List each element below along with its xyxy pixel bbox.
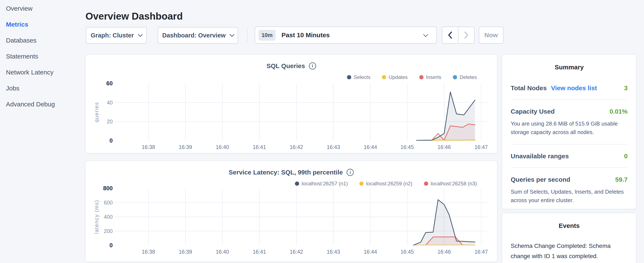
series-dot-icon xyxy=(382,75,386,79)
info-icon[interactable] xyxy=(309,62,316,70)
y-axis-ticks: 0200400600800 xyxy=(86,161,113,261)
legend-label: localhost:26258 (n3) xyxy=(431,181,477,187)
x-tick-label: 16:45 xyxy=(394,144,420,150)
time-range-dropdown[interactable]: 10m Past 10 Minutes xyxy=(255,27,437,44)
toolbar-divider xyxy=(247,28,248,42)
x-tick-label: 16:46 xyxy=(432,249,457,255)
summary-label: Capacity Used xyxy=(511,108,555,115)
summary-title: Summary xyxy=(511,64,628,71)
legend-item: Updates xyxy=(382,74,408,80)
legend-label: Deletes xyxy=(460,74,477,80)
legend-item: localhost:26259 (n2) xyxy=(359,181,412,187)
summary-value: 0 xyxy=(624,153,628,160)
y-tick-label: 40 xyxy=(86,99,113,106)
x-tick-label: 16:44 xyxy=(358,249,383,255)
x-tick-label: 16:43 xyxy=(320,144,346,150)
x-tick-label: 16:43 xyxy=(320,249,346,255)
sidebar-item-jobs[interactable]: Jobs xyxy=(6,85,85,92)
x-tick-label: 16:40 xyxy=(210,144,235,150)
summary-label: Total Nodes xyxy=(511,85,546,92)
view-nodes-list-link[interactable]: View nodes list xyxy=(551,85,597,92)
summary-value: 0.01% xyxy=(610,108,628,115)
y-tick-label: 400 xyxy=(86,213,113,221)
chart-legend: localhost:26257 (n1)localhost:26259 (n2)… xyxy=(295,181,477,187)
graph-select-dropdown[interactable]: Graph: Cluster xyxy=(86,27,147,44)
now-button[interactable]: Now xyxy=(479,27,504,44)
sidebar-nav: Overview Metrics Databases Statements Ne… xyxy=(0,0,85,108)
chevron-right-icon xyxy=(463,31,470,40)
legend-label: localhost:26259 (n2) xyxy=(366,181,412,187)
y-axis-ticks: 0204060 xyxy=(86,55,113,153)
summary-value: 3 xyxy=(624,85,628,92)
x-tick-label: 16:40 xyxy=(210,249,235,255)
summary-row-total-nodes: Total Nodes View nodes list 3 xyxy=(511,76,628,100)
x-tick-label: 16:46 xyxy=(432,144,457,150)
x-tick-label: 16:38 xyxy=(136,249,161,255)
time-range-label: Past 10 Minutes xyxy=(282,32,330,39)
legend-label: Updates xyxy=(389,74,408,80)
x-tick-label: 16:45 xyxy=(394,249,420,255)
x-tick-label: 16:39 xyxy=(173,144,198,150)
sidebar-item-statements[interactable]: Statements xyxy=(6,53,85,60)
x-tick-label: 16:38 xyxy=(136,144,161,150)
x-tick-label: 16:41 xyxy=(247,249,272,255)
summary-value: 59.7 xyxy=(615,176,628,183)
series-dot-icon xyxy=(424,181,428,186)
sidebar-item-overview[interactable]: Overview xyxy=(6,5,85,12)
x-tick-label: 16:41 xyxy=(247,144,272,150)
events-title: Events xyxy=(511,222,628,229)
x-tick-label: 16:47 xyxy=(468,249,494,255)
chart-legend: SelectsUpdatesInsertsDeletes xyxy=(347,74,477,80)
event-item-text: Schema Change Completed: Schema change w… xyxy=(511,241,628,261)
dashboard-select-label: Dashboard: Overview xyxy=(162,32,226,39)
x-tick-label: 16:42 xyxy=(284,249,309,255)
next-time-button[interactable] xyxy=(458,27,474,43)
chevron-down-icon xyxy=(423,32,428,37)
y-tick-label: 600 xyxy=(86,199,113,206)
page-title: Overview Dashboard xyxy=(86,11,183,22)
info-icon[interactable] xyxy=(346,169,354,176)
x-tick-label: 16:47 xyxy=(468,144,494,150)
x-tick-label: 16:42 xyxy=(284,144,309,150)
summary-description: You are using 28.6 MiB of 515.9 GiB usab… xyxy=(511,119,628,136)
legend-item: Selects xyxy=(347,74,370,80)
y-tick-label: 200 xyxy=(86,227,113,235)
sidebar-item-advanced-debug[interactable]: Advanced Debug xyxy=(6,100,85,108)
legend-label: Selects xyxy=(354,74,370,80)
summary-description: Sum of Selects, Updates, Inserts, and De… xyxy=(511,187,628,204)
chevron-left-icon xyxy=(447,31,453,40)
x-tick-label: 16:39 xyxy=(173,249,198,255)
time-range-badge: 10m xyxy=(258,30,276,41)
y-tick-label: 60 xyxy=(86,80,113,87)
sql-queries-chart-panel: SQL Queries SelectsUpdatesInsertsDeletes… xyxy=(85,54,498,153)
series-dot-icon xyxy=(295,181,299,186)
summary-row-unavailable-ranges: Unavailable ranges 0 xyxy=(511,144,628,168)
sidebar-item-metrics[interactable]: Metrics xyxy=(6,21,85,28)
y-tick-label: 0 xyxy=(86,241,113,249)
legend-label: Inserts xyxy=(426,74,442,80)
dashboard-select-dropdown[interactable]: Dashboard: Overview xyxy=(158,27,238,44)
legend-item: Inserts xyxy=(419,74,442,80)
y-tick-label: 800 xyxy=(86,184,113,192)
graph-select-label: Graph: Cluster xyxy=(90,32,134,39)
y-tick-label: 20 xyxy=(86,118,113,125)
sidebar-item-databases[interactable]: Databases xyxy=(6,37,85,44)
events-panel: Events Schema Change Completed: Schema c… xyxy=(502,213,636,263)
chevron-down-icon xyxy=(230,32,234,37)
sidebar-item-network-latency[interactable]: Network Latency xyxy=(6,69,85,76)
sidebar: Overview Metrics Databases Statements Ne… xyxy=(0,0,85,263)
summary-label: Unavailable ranges xyxy=(511,153,569,160)
sql-queries-plot[interactable] xyxy=(115,83,487,141)
series-dot-icon xyxy=(419,75,424,79)
series-dot-icon xyxy=(453,75,457,79)
service-latency-plot[interactable] xyxy=(115,188,487,245)
chart-title: Service Latency: SQL, 99th percentile xyxy=(229,169,343,176)
prev-time-button[interactable] xyxy=(442,27,458,43)
legend-item: localhost:26257 (n1) xyxy=(295,181,348,187)
summary-panel: Summary Total Nodes View nodes list 3 Ca… xyxy=(502,54,636,209)
y-tick-label: 0 xyxy=(86,137,113,144)
series-dot-icon xyxy=(359,181,364,186)
time-pager xyxy=(442,27,474,44)
legend-item: localhost:26258 (n3) xyxy=(424,181,477,187)
summary-label: Queries per second xyxy=(511,176,570,183)
